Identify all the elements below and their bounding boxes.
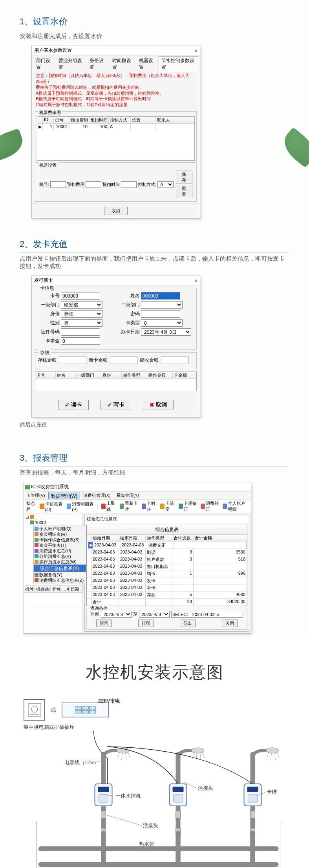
query-button[interactable]: 查询 bbox=[96, 620, 112, 627]
close-icon[interactable]: × bbox=[194, 278, 197, 284]
input-recv[interactable] bbox=[161, 357, 188, 364]
sec3-subtitle: 完善的报表，每天，每月明细，方便结账 bbox=[20, 469, 289, 476]
rate-row[interactable]: ▶ 1 10001 10 100 A bbox=[37, 124, 194, 130]
rate-grid[interactable]: ID 机号 预扣费用 预扣时间 控制方式 位置 联系人 ▶ 1 10001 10… bbox=[37, 116, 195, 161]
read-card-button[interactable]: ✔读卡 bbox=[58, 400, 89, 410]
report-row[interactable]: 2023-04-032023-04-03帐户退款3510 bbox=[87, 556, 247, 563]
export-button[interactable]: 导出 bbox=[180, 620, 196, 627]
col-loc[interactable]: 位置 bbox=[131, 117, 156, 123]
tree-item[interactable]: 资金平衡表(T) bbox=[34, 542, 86, 548]
input-new-bal[interactable] bbox=[110, 357, 137, 364]
col-mach[interactable]: 机号 bbox=[54, 117, 69, 123]
report-row[interactable]: 2023-04-032023-04-03存款54000 bbox=[87, 592, 247, 599]
label-date: 办卡日期 bbox=[118, 329, 140, 335]
tree-item[interactable]: 数据备份(Y) bbox=[34, 572, 86, 577]
tree-item[interactable]: 综合汇总信息表(X) bbox=[34, 565, 86, 572]
tool-cardinfo[interactable]: 卡信息表(O) bbox=[40, 501, 64, 512]
card-op-grid[interactable]: 卡号 姓名 一级部门 身份 操作类型 操作金额 卡金额 bbox=[35, 371, 197, 391]
input-mach-no[interactable] bbox=[50, 181, 66, 188]
write-card-button[interactable]: ✔写卡 bbox=[101, 400, 131, 410]
label-to: 至 bbox=[133, 611, 137, 617]
power-meter-icon bbox=[24, 699, 45, 721]
report-row[interactable]: 2023-04-032023-04-03销卡1990 bbox=[87, 570, 247, 577]
select-identity[interactable]: 老师 bbox=[61, 310, 102, 318]
col-contact[interactable]: 联系人 bbox=[156, 117, 194, 123]
tool-withdraw[interactable]: 上取钱 bbox=[101, 500, 117, 512]
input-name[interactable] bbox=[141, 292, 180, 300]
report-grid[interactable]: 综合信息表 起始日期 结束日期 操作类型 合计次数 合计金额 ▶2023-04-… bbox=[86, 525, 247, 606]
save-button[interactable]: 保存 bbox=[176, 171, 192, 184]
select-dept2[interactable] bbox=[141, 301, 183, 309]
menubar: 卡管理(V) 数据管理(W) 消费机管理(X) 系统管理(Y) bbox=[24, 492, 251, 500]
menu-machine[interactable]: 消费机管理(X) bbox=[81, 492, 113, 499]
report-row[interactable]: 2023-04-032023-04-03窗口机勘款 bbox=[87, 563, 247, 570]
tab-timeslot[interactable]: 时间段设置 bbox=[110, 56, 136, 72]
tab-water-params[interactable]: 节水控制参数设置 bbox=[159, 56, 198, 72]
tool-correct[interactable]: 消费补正 bbox=[201, 500, 219, 512]
sql-input[interactable] bbox=[171, 611, 243, 618]
tool-unhook[interactable]: 卡解挂 bbox=[142, 500, 157, 512]
date-picker[interactable]: 2023年 4月 3日 bbox=[141, 328, 191, 336]
deposit-legend: 存钱 bbox=[38, 349, 51, 356]
app-window: IC卡收费控制系统 卡管理(V) 数据管理(W) 消费机管理(X) 系统管理(Y… bbox=[24, 482, 251, 634]
date-from[interactable]: 2023/ 4/ 3 bbox=[101, 611, 132, 618]
input-fee[interactable] bbox=[86, 181, 101, 188]
tree-item[interactable]: 消费流水汇总(U) bbox=[34, 548, 86, 554]
tree-item[interactable]: 卡操作综合信息表(S) bbox=[34, 537, 86, 542]
print-button[interactable]: 打印 bbox=[138, 620, 154, 627]
tool-clear[interactable]: 卡清空 bbox=[160, 500, 176, 512]
divider bbox=[20, 466, 289, 467]
tool-personal[interactable]: 个人帐户明细 bbox=[223, 500, 249, 512]
tool-fix[interactable]: 卡库修正 bbox=[179, 500, 197, 512]
date-to[interactable]: 2023/ 4/ 3 bbox=[139, 611, 170, 618]
batch-button[interactable]: 批量 bbox=[176, 185, 192, 198]
close-button[interactable]: 关闭 bbox=[222, 620, 238, 627]
tab-bizgroup[interactable]: 营业分组设置 bbox=[56, 56, 87, 72]
tree-item[interactable]: 操作员流水汇总(W) bbox=[34, 559, 86, 565]
svg-rect-0 bbox=[28, 704, 41, 716]
menu-card[interactable]: 卡管理(V) bbox=[24, 492, 48, 499]
tool-remake[interactable]: 重新卡片 bbox=[120, 500, 139, 512]
bottom-grid[interactable]: 机号 机器类型 卡号 …名 日期 bbox=[24, 585, 82, 605]
select-mode[interactable]: A bbox=[157, 181, 174, 188]
report-row[interactable]: ▶2023-04-032023-04-03消费充正 bbox=[87, 542, 247, 549]
rate-group-legend: 机器费率图 bbox=[38, 110, 62, 116]
select-ctype[interactable]: 0 bbox=[141, 319, 183, 327]
tab-dept[interactable]: 部门设置 bbox=[33, 56, 56, 72]
col-id[interactable]: ID bbox=[43, 117, 54, 123]
label-fee: 预扣费用 bbox=[67, 182, 84, 188]
report-row[interactable]: 2023-04-032023-04-03勘误33500 bbox=[87, 549, 247, 556]
tree-node[interactable]: 10001 bbox=[25, 520, 82, 525]
close-icon[interactable]: × bbox=[194, 48, 197, 54]
tool-detail[interactable]: 消费明细表(P) bbox=[67, 501, 94, 512]
col-mode[interactable]: 控制方式 bbox=[109, 117, 131, 123]
col-time[interactable]: 预扣时间 bbox=[89, 117, 109, 123]
select-sex[interactable]: 男 bbox=[61, 319, 102, 327]
cancel-button[interactable]: ✖取消 bbox=[143, 400, 174, 410]
tree-item[interactable]: 分组消费汇总(V) bbox=[34, 554, 86, 559]
plumbing-diagram: 电源线（12V） 一体水控 bbox=[24, 731, 285, 868]
report-row[interactable]: 2023-04-032023-04-03发卡 bbox=[87, 577, 247, 585]
menu-system[interactable]: 系统管理(Y) bbox=[114, 492, 142, 499]
report-row[interactable]: 合计:2034020.00 bbox=[87, 599, 247, 606]
tab-identity[interactable]: 身份设置 bbox=[87, 56, 109, 72]
tree-item[interactable]: 资金明细表(R) bbox=[34, 531, 86, 537]
tree-item[interactable]: 个人帐户明细(Q) bbox=[34, 526, 86, 531]
status-label: 状态栏 bbox=[26, 500, 37, 512]
tab-machine[interactable]: 机器设置 bbox=[136, 56, 159, 72]
col-fee[interactable]: 预扣费用 bbox=[69, 117, 89, 123]
settings-dialog: 用户基本参数设置 × 部门设置 营业分组设置 身份设置 时间段设置 机器设置 节… bbox=[31, 46, 200, 219]
input-pwd[interactable] bbox=[141, 310, 180, 318]
input-cardno[interactable] bbox=[61, 292, 100, 300]
select-dept1[interactable]: 研发部 bbox=[61, 301, 102, 309]
input-base[interactable] bbox=[61, 337, 100, 345]
input-idno[interactable] bbox=[61, 328, 100, 336]
report-row[interactable]: 2023-04-032023-04-03补卡 bbox=[87, 585, 247, 592]
input-save-amt[interactable] bbox=[59, 357, 86, 364]
tree-root[interactable]: ⊟ bbox=[25, 514, 82, 520]
menu-data[interactable]: 数据管理(W) bbox=[48, 492, 80, 499]
input-time[interactable] bbox=[121, 181, 137, 188]
svg-rect-11 bbox=[98, 787, 109, 792]
cancel-button[interactable]: 取消 bbox=[104, 207, 128, 215]
tree-item[interactable]: 消费明细汇总信息表(Z) bbox=[34, 577, 86, 583]
